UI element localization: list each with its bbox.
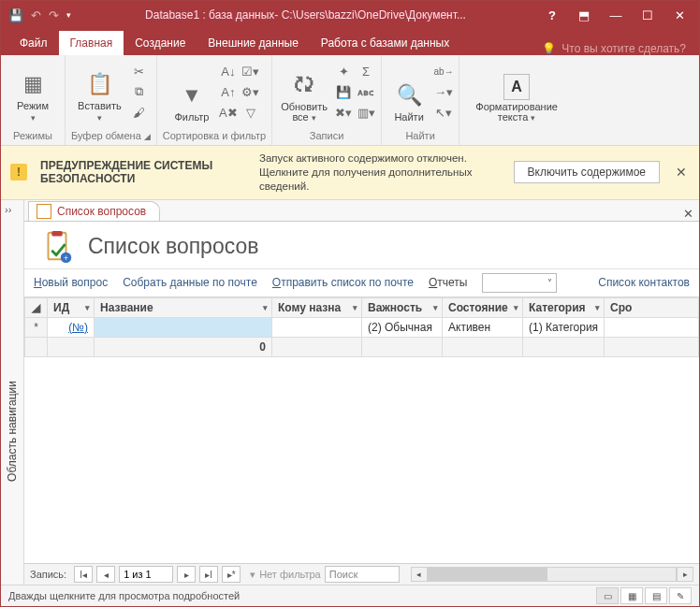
minimize-button[interactable]: —: [602, 5, 630, 25]
datasheet-view-button[interactable]: ▦: [620, 587, 643, 604]
close-doc-button[interactable]: ✕: [683, 207, 693, 221]
chevron-right-icon: ››: [5, 204, 11, 215]
col-priority[interactable]: Важность▾: [362, 297, 443, 317]
cell-assigned[interactable]: [272, 317, 362, 337]
scroll-left-button[interactable]: ◂: [411, 567, 428, 582]
maximize-button[interactable]: ☐: [634, 5, 662, 25]
layout-view-button[interactable]: ▤: [645, 587, 667, 604]
paste-button[interactable]: 📋 Вставить ▾: [73, 59, 125, 123]
reports-combo[interactable]: ˅: [482, 273, 557, 293]
new-record-nav-button[interactable]: ▸*: [222, 566, 241, 583]
col-name[interactable]: Название▾: [95, 297, 272, 317]
dismiss-warning-button[interactable]: ✕: [673, 165, 690, 180]
security-heading: ПРЕДУПРЕЖДЕНИЕ СИСТЕМЫ БЕЗОПАСНОСТИ: [40, 159, 246, 186]
save-icon[interactable]: 💾: [8, 8, 23, 22]
filter-button[interactable]: ▼ Фильтр: [168, 59, 215, 123]
first-record-button[interactable]: I◂: [74, 566, 93, 583]
doc-tab-issues-list[interactable]: Список вопросов: [28, 201, 160, 221]
delete-record-icon[interactable]: ✖▾: [334, 104, 353, 121]
prev-record-button[interactable]: ◂: [96, 566, 115, 583]
cell-name[interactable]: [95, 317, 272, 337]
cell-category[interactable]: (1) Категория: [523, 317, 605, 337]
new-record-icon[interactable]: ✦: [334, 63, 353, 79]
tab-external-data[interactable]: Внешние данные: [197, 31, 310, 55]
new-record-row[interactable]: * (№) (2) Обычная Активен (1) Категория: [25, 317, 699, 337]
reports-label: Отчеты: [429, 276, 468, 289]
svg-text:+: +: [64, 253, 68, 263]
selection-filter-icon[interactable]: ☑▾: [241, 63, 260, 79]
next-record-button[interactable]: ▸: [177, 566, 196, 583]
qat-customize-icon[interactable]: ▾: [66, 10, 71, 20]
cut-icon[interactable]: ✂: [129, 63, 148, 79]
group-caption: Записи: [310, 130, 344, 143]
save-record-icon[interactable]: 💾: [334, 83, 353, 100]
copy-icon[interactable]: ⧉: [129, 83, 148, 100]
totals-icon[interactable]: Σ: [357, 63, 375, 79]
navigation-pane-collapsed[interactable]: ›› Область навигации: [1, 200, 24, 585]
security-warning-bar: ! ПРЕДУПРЕЖДЕНИЕ СИСТЕМЫ БЕЗОПАСНОСТИ За…: [1, 146, 699, 200]
cell-priority[interactable]: (2) Обычная: [362, 317, 443, 337]
clipboard-check-icon: +: [39, 229, 75, 265]
cell-due[interactable]: [605, 317, 699, 337]
enable-content-button[interactable]: Включить содержимое: [514, 161, 660, 183]
ribbon-display-icon[interactable]: ⬒: [570, 5, 598, 25]
format-painter-icon[interactable]: 🖌: [129, 104, 148, 121]
funnel-icon: ▼: [177, 80, 207, 110]
record-position-input[interactable]: [119, 566, 173, 583]
clipboard-icon: 📋: [84, 69, 114, 99]
form-header: + Список вопросов: [24, 222, 699, 269]
horizontal-scrollbar[interactable]: ◂ ▸: [411, 567, 693, 582]
cmd-new-issue[interactable]: Новый вопрос: [34, 276, 108, 289]
cell-state[interactable]: Активен: [443, 317, 523, 337]
tell-me[interactable]: 💡 Что вы хотите сделать?: [542, 42, 699, 55]
col-state[interactable]: Состояние▾: [443, 297, 523, 317]
select-all-cell[interactable]: ◢: [25, 297, 48, 317]
row-selector[interactable]: *: [25, 317, 48, 337]
no-filter-indicator: ▾Нет фильтра: [250, 569, 321, 581]
spelling-icon[interactable]: ᴀʙᴄ: [357, 83, 375, 100]
col-assigned[interactable]: Кому назна▾: [272, 297, 362, 317]
group-caption: [516, 130, 518, 143]
cell-id[interactable]: (№): [48, 317, 95, 337]
last-record-button[interactable]: ▸I: [199, 566, 218, 583]
undo-icon[interactable]: ↶: [31, 8, 41, 22]
design-view-button[interactable]: ✎: [669, 587, 692, 604]
advanced-filter-icon[interactable]: ⚙▾: [241, 83, 260, 100]
close-button[interactable]: ✕: [665, 5, 693, 25]
view-button[interactable]: ▦ Режим ▾: [7, 59, 59, 123]
clear-sort-icon[interactable]: A✖: [219, 104, 238, 121]
tab-create[interactable]: Создание: [124, 31, 197, 55]
col-due[interactable]: Сро: [605, 297, 699, 317]
document-tabs: Список вопросов ✕: [24, 200, 699, 222]
sort-desc-icon[interactable]: A↑: [219, 83, 238, 100]
grid-scroll[interactable]: ◢ ИД▾ Название▾ Кому назна▾ Важность▾ Со…: [24, 297, 699, 563]
text-formatting-button[interactable]: А Форматированиетекста ▾: [465, 59, 568, 123]
toggle-filter-icon[interactable]: ▽: [241, 104, 260, 121]
shield-warning-icon: !: [10, 164, 27, 181]
funnel-icon: ▾: [250, 569, 255, 581]
cmd-collect-email[interactable]: Собрать данные по почте: [123, 276, 257, 289]
record-search-input[interactable]: [325, 566, 400, 583]
help-icon[interactable]: ?: [538, 5, 566, 25]
group-caption: Режимы: [13, 130, 52, 143]
datasheet: ◢ ИД▾ Название▾ Кому назна▾ Важность▾ Со…: [24, 297, 699, 585]
tab-home[interactable]: Главная: [59, 31, 124, 55]
scroll-right-button[interactable]: ▸: [677, 567, 693, 582]
tab-file[interactable]: Файл: [8, 31, 59, 55]
redo-icon[interactable]: ↷: [49, 8, 59, 22]
refresh-all-button[interactable]: 🗘 Обновитьвсе ▾: [278, 59, 330, 123]
goto-icon[interactable]: →▾: [434, 83, 453, 100]
form-view-button[interactable]: ▭: [596, 587, 619, 604]
status-bar: Дважды щелкните для просмотра подробност…: [1, 585, 699, 606]
select-icon[interactable]: ↖▾: [434, 104, 453, 121]
tab-database-tools[interactable]: Работа с базами данных: [310, 31, 460, 55]
chevron-down-icon: ▾: [31, 113, 36, 123]
replace-icon[interactable]: ab→: [434, 63, 453, 79]
cmd-send-email[interactable]: Отправить список по почте: [272, 276, 414, 289]
col-id[interactable]: ИД▾: [48, 297, 95, 317]
cmd-contact-list[interactable]: Список контактов: [598, 276, 690, 289]
sort-asc-icon[interactable]: A↓: [219, 63, 238, 79]
find-button[interactable]: 🔍 Найти: [387, 59, 430, 123]
more-records-icon[interactable]: ▥▾: [357, 104, 375, 121]
col-category[interactable]: Категория▾: [523, 297, 605, 317]
